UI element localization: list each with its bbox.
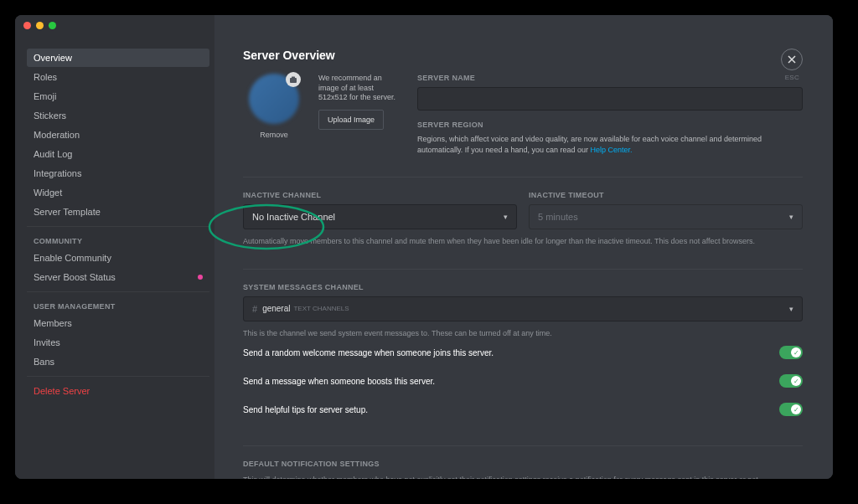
sidebar-section-community: COMMUNITY bbox=[27, 232, 209, 249]
toggle-welcome-message[interactable]: ✓ bbox=[779, 346, 803, 359]
maximize-window-icon[interactable] bbox=[49, 22, 56, 29]
boost-badge-icon bbox=[198, 275, 203, 280]
system-messages-channel-select[interactable]: # general TEXT CHANNELS ▾ bbox=[243, 296, 803, 321]
section-divider bbox=[243, 269, 803, 270]
system-messages-label: SYSTEM MESSAGES CHANNEL bbox=[243, 283, 803, 291]
check-icon: ✓ bbox=[793, 406, 799, 414]
notifications-label: DEFAULT NOTIFICATION SETTINGS bbox=[243, 460, 803, 468]
sidebar-item-overview[interactable]: Overview bbox=[27, 49, 209, 67]
server-region-label: SERVER REGION bbox=[417, 121, 803, 129]
check-icon: ✓ bbox=[793, 349, 799, 357]
svg-rect-2 bbox=[292, 77, 295, 79]
sidebar-item-stickers[interactable]: Stickers bbox=[27, 106, 209, 125]
toggle-label-tips: Send helpful tips for server setup. bbox=[243, 405, 368, 414]
server-name-label: SERVER NAME bbox=[417, 74, 803, 82]
section-divider bbox=[243, 177, 803, 177]
sidebar-item-server-boost[interactable]: Server Boost Status bbox=[27, 268, 209, 286]
sidebar-item-widget[interactable]: Widget bbox=[27, 183, 209, 202]
minimize-window-icon[interactable] bbox=[36, 22, 44, 29]
sidebar-item-bans[interactable]: Bans bbox=[27, 352, 209, 371]
check-icon: ✓ bbox=[793, 378, 799, 385]
chevron-down-icon: ▾ bbox=[789, 305, 793, 313]
sidebar-section-user-management: USER MANAGEMENT bbox=[27, 297, 209, 314]
server-name-input[interactable] bbox=[417, 87, 803, 111]
hash-icon: # bbox=[252, 304, 257, 314]
inactive-channel-label: INACTIVE CHANNEL bbox=[243, 191, 517, 199]
section-divider bbox=[243, 445, 803, 446]
help-center-link[interactable]: Help Center. bbox=[590, 146, 632, 154]
close-button[interactable] bbox=[781, 49, 803, 70]
sidebar-item-emoji[interactable]: Emoji bbox=[27, 87, 209, 105]
sidebar-item-delete-server[interactable]: Delete Server bbox=[27, 382, 209, 400]
server-region-text: Regions, which affect voice and video qu… bbox=[417, 134, 803, 155]
inactive-channel-select[interactable]: No Inactive Channel ▾ bbox=[243, 204, 517, 229]
upload-avatar-icon[interactable] bbox=[286, 72, 301, 87]
close-label: ESC bbox=[785, 74, 799, 81]
sidebar-divider bbox=[27, 291, 209, 292]
inactive-timeout-select[interactable]: 5 minutes ▾ bbox=[529, 204, 803, 229]
upload-image-button[interactable]: Upload Image bbox=[318, 110, 384, 130]
svg-rect-1 bbox=[290, 78, 297, 83]
sidebar-item-roles[interactable]: Roles bbox=[27, 68, 209, 86]
toggle-label-boost: Send a message when someone boosts this … bbox=[243, 377, 435, 386]
window-controls[interactable] bbox=[23, 22, 56, 29]
chevron-down-icon: ▾ bbox=[504, 213, 508, 221]
sidebar-item-audit-log[interactable]: Audit Log bbox=[27, 145, 209, 163]
settings-sidebar: Overview Roles Emoji Stickers Moderation… bbox=[15, 15, 214, 479]
toggle-label-welcome: Send a random welcome message when someo… bbox=[243, 348, 494, 357]
close-window-icon[interactable] bbox=[23, 22, 31, 29]
sidebar-item-enable-community[interactable]: Enable Community bbox=[27, 249, 209, 267]
remove-avatar-link[interactable]: Remove bbox=[243, 131, 305, 139]
toggle-boost-message[interactable]: ✓ bbox=[779, 374, 803, 388]
sidebar-item-integrations[interactable]: Integrations bbox=[27, 164, 209, 183]
sidebar-item-moderation[interactable]: Moderation bbox=[27, 126, 209, 144]
notifications-text1: This will determine whether members who … bbox=[243, 475, 803, 479]
sidebar-divider bbox=[27, 226, 209, 227]
upload-recommendation: We recommend an image of at least 512x51… bbox=[318, 74, 404, 103]
system-messages-helper: This is the channel we send system event… bbox=[243, 328, 803, 339]
close-icon bbox=[787, 54, 797, 64]
toggle-setup-tips[interactable]: ✓ bbox=[779, 403, 803, 416]
sidebar-item-members[interactable]: Members bbox=[27, 314, 209, 332]
content-area: ESC Server Overview Remove We recommend … bbox=[214, 15, 833, 479]
chevron-down-icon: ▾ bbox=[789, 213, 793, 221]
sidebar-item-server-template[interactable]: Server Template bbox=[27, 203, 209, 221]
inactive-helper: Automatically move members to this chann… bbox=[243, 236, 803, 247]
page-title: Server Overview bbox=[243, 49, 803, 62]
inactive-timeout-label: INACTIVE TIMEOUT bbox=[529, 191, 803, 199]
sidebar-item-invites[interactable]: Invites bbox=[27, 333, 209, 352]
sidebar-divider bbox=[27, 376, 209, 377]
